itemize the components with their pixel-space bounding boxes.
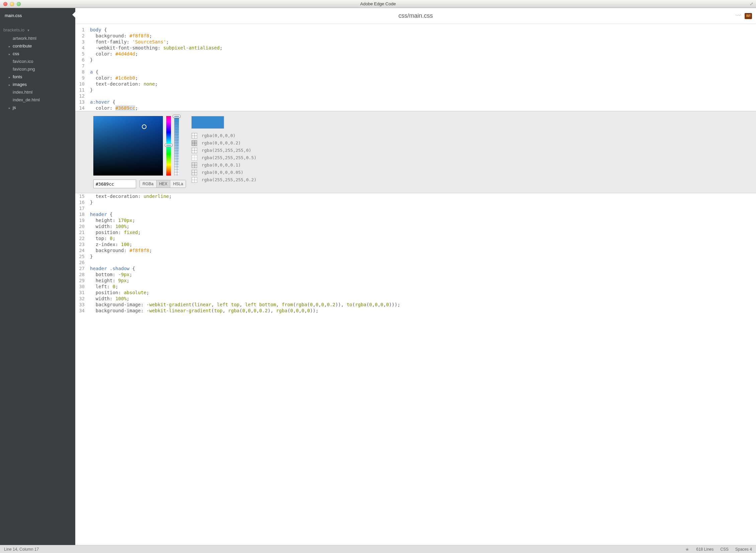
code-line[interactable]: 11} — [75, 87, 756, 93]
code-line[interactable]: 2 background: #f8f8f8; — [75, 33, 756, 39]
tree-folder[interactable]: ▸images — [0, 81, 75, 88]
webfont-badge[interactable]: Wf — [745, 13, 752, 19]
code-line[interactable]: 31 position: absolute; — [75, 290, 756, 296]
recent-color-label: rgba(0,0,0,0) — [201, 133, 235, 139]
code-line[interactable]: 26 — [75, 259, 756, 265]
chevron-right-icon: ▸ — [9, 106, 13, 110]
mode-hex-button[interactable]: HEX — [156, 180, 170, 187]
code-line[interactable]: 5 color: #4d4d4d; — [75, 51, 756, 57]
code-text: left: 0; — [89, 284, 118, 290]
tree-file[interactable]: favicon.png — [0, 65, 75, 73]
recent-color-label: rgba(0,0,0,0.05) — [201, 169, 243, 175]
line-number: 12 — [75, 93, 89, 99]
code-line[interactable]: 6} — [75, 57, 756, 63]
tree-folder[interactable]: ▸contribute — [0, 42, 75, 50]
inline-color-editor: RGBa HEX HSLa rgba(0,0,0,0)rgba(0,0,0,0.… — [75, 111, 756, 193]
code-line[interactable]: 27header .shadow { — [75, 265, 756, 271]
favorite-icon[interactable]: ★ — [685, 547, 689, 552]
code-text: top: 0; — [89, 235, 116, 241]
language-mode[interactable]: CSS — [720, 547, 729, 552]
code-line[interactable]: 15 text-decoration: underline; — [75, 193, 756, 199]
code-line[interactable]: 30 left: 0; — [75, 284, 756, 290]
code-text: z-index: 100; — [89, 241, 132, 247]
code-text — [89, 93, 90, 99]
line-number: 25 — [75, 253, 89, 259]
indent-mode[interactable]: Spaces 4 — [735, 547, 752, 552]
tree-folder[interactable]: ▸js — [0, 104, 75, 111]
line-number: 22 — [75, 235, 89, 241]
color-swatch-icon — [191, 147, 197, 153]
mode-rgba-button[interactable]: RGBa — [140, 180, 156, 187]
line-number: 7 — [75, 63, 89, 69]
recent-color-item[interactable]: rgba(0,0,0,0) — [191, 133, 256, 139]
code-line[interactable]: 33 background-image: -webkit-gradient(li… — [75, 302, 756, 308]
code-line[interactable]: 28 bottom: -9px; — [75, 271, 756, 278]
editor-filepath: css/main.css — [398, 12, 433, 19]
code-line[interactable]: 23 z-index: 100; — [75, 241, 756, 247]
line-number: 6 — [75, 57, 89, 63]
code-line[interactable]: 16} — [75, 199, 756, 205]
tree-item-label: fonts — [13, 74, 22, 79]
recent-color-item[interactable]: rgba(255,255,255,0) — [191, 147, 256, 153]
live-preview-icon[interactable]: 〰 — [735, 12, 741, 19]
alpha-slider[interactable] — [174, 116, 179, 175]
code-line[interactable]: 7 — [75, 63, 756, 69]
alpha-thumb-icon[interactable] — [173, 115, 181, 118]
working-file-label: main.css — [5, 13, 22, 18]
tree-file[interactable]: index.html — [0, 88, 75, 96]
file-tree: artwork.html▸contribute▸cssfavicon.icofa… — [0, 34, 75, 111]
project-root[interactable]: brackets.io ▼ — [0, 21, 75, 34]
code-line[interactable]: 9 color: #1c6eb0; — [75, 75, 756, 81]
mode-hsla-button[interactable]: HSLa — [170, 180, 186, 187]
line-number: 11 — [75, 87, 89, 93]
code-text — [89, 205, 90, 211]
chevron-right-icon: ▸ — [9, 83, 13, 87]
code-editor[interactable]: 1body {2 background: #f8f8f8;3 font-fami… — [75, 24, 756, 545]
code-line[interactable]: 19 height: 170px; — [75, 217, 756, 223]
code-line[interactable]: 18header { — [75, 211, 756, 217]
working-file-tab[interactable]: main.css — [0, 8, 75, 21]
code-line[interactable]: 17 — [75, 205, 756, 211]
color-value-input[interactable] — [93, 179, 136, 188]
window-titlebar: Adobe Edge Code ⤢ — [0, 0, 756, 8]
code-line[interactable]: 8a { — [75, 69, 756, 75]
code-line[interactable]: 20 width: 100%; — [75, 223, 756, 229]
code-line[interactable]: 29 height: 9px; — [75, 278, 756, 284]
tree-file[interactable]: index_de.html — [0, 96, 75, 104]
line-number: 2 — [75, 33, 89, 39]
code-line[interactable]: 12 — [75, 93, 756, 99]
recent-color-item[interactable]: rgba(255,255,255,0.5) — [191, 155, 256, 161]
code-line[interactable]: 24 background: #f8f8f8; — [75, 247, 756, 253]
code-text: width: 100%; — [89, 296, 129, 302]
code-line[interactable]: 3 font-family: 'SourceSans'; — [75, 39, 756, 45]
code-line[interactable]: 32 width: 100%; — [75, 296, 756, 302]
color-swatch-icon — [191, 177, 197, 183]
code-line[interactable]: 22 top: 0; — [75, 235, 756, 241]
recent-color-item[interactable]: rgba(0,0,0,0.05) — [191, 169, 256, 175]
code-line[interactable]: 4 -webkit-font-smoothing: subpixel-antia… — [75, 45, 756, 51]
tree-file[interactable]: favicon.ico — [0, 58, 75, 65]
code-line[interactable]: 10 text-decoration: none; — [75, 81, 756, 87]
line-number: 27 — [75, 265, 89, 271]
recent-color-label: rgba(0,0,0,0.1) — [201, 162, 240, 168]
recent-color-item[interactable]: rgba(0,0,0,0.1) — [191, 162, 256, 168]
hue-thumb-icon[interactable] — [164, 143, 173, 147]
picker-handle-icon[interactable] — [142, 125, 146, 129]
code-line[interactable]: 1body { — [75, 27, 756, 33]
saturation-picker[interactable] — [93, 116, 163, 175]
line-number: 16 — [75, 199, 89, 205]
tree-file[interactable]: artwork.html — [0, 34, 75, 42]
recent-color-item[interactable]: rgba(255,255,255,0.2) — [191, 177, 256, 183]
line-number: 21 — [75, 229, 89, 235]
code-line[interactable]: 21 position: fixed; — [75, 229, 756, 235]
tree-folder[interactable]: ▸fonts — [0, 73, 75, 81]
code-line[interactable]: 14 color: #3689cc; — [75, 105, 756, 111]
recent-color-item[interactable]: rgba(0,0,0,0.2) — [191, 140, 256, 146]
line-number: 24 — [75, 247, 89, 253]
hue-slider[interactable] — [166, 116, 171, 175]
cursor-position[interactable]: Line 14, Column 17 — [4, 547, 39, 552]
code-line[interactable]: 13a:hover { — [75, 99, 756, 105]
code-line[interactable]: 34 background-image: -webkit-linear-grad… — [75, 308, 756, 314]
code-line[interactable]: 25} — [75, 253, 756, 259]
tree-folder[interactable]: ▸css — [0, 50, 75, 58]
